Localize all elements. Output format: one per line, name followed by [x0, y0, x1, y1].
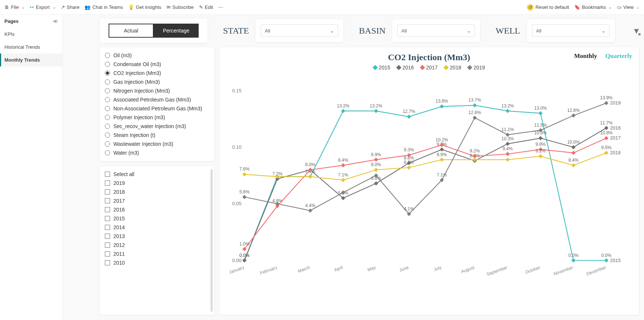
- svg-rect-91: [374, 168, 378, 172]
- legend-item[interactable]: 2016: [397, 65, 414, 70]
- basin-dropdown[interactable]: All⌄: [397, 24, 475, 37]
- svg-text:9.4%: 9.4%: [503, 146, 513, 151]
- subscribe-button[interactable]: ✉Subscribe: [167, 4, 194, 10]
- svg-text:7.1%: 7.1%: [338, 172, 349, 178]
- svg-text:9.2%: 9.2%: [470, 148, 480, 154]
- clear-filters-icon[interactable]: ▾: [634, 25, 639, 37]
- year-checkbox[interactable]: 2015: [105, 214, 209, 223]
- collapse-sidebar-icon[interactable]: ≪: [53, 18, 58, 24]
- svg-text:8.4%: 8.4%: [338, 158, 349, 163]
- svg-text:August: August: [460, 265, 476, 274]
- svg-text:0.10: 0.10: [232, 144, 242, 150]
- metric-radio[interactable]: Non-Associated Petroleum Gas (Mm3): [105, 104, 209, 113]
- view-menu[interactable]: ▭View: [617, 4, 640, 10]
- bookmark-icon: 🔖: [574, 4, 580, 10]
- mode-toggle: Actual Percentage: [100, 18, 208, 43]
- svg-rect-70: [374, 158, 378, 162]
- year-checkbox[interactable]: 2012: [105, 241, 209, 250]
- reset-icon: ↺: [527, 4, 534, 11]
- chart-card: CO2 Injection (Mm3) Monthly Quarterly 20…: [219, 47, 639, 315]
- legend-item[interactable]: 2019: [468, 65, 485, 70]
- svg-text:13.2%: 13.2%: [501, 103, 514, 109]
- svg-text:10.3%: 10.3%: [501, 136, 514, 141]
- well-dropdown[interactable]: All⌄: [532, 24, 610, 37]
- legend-item[interactable]: 2015: [373, 65, 390, 70]
- svg-text:11.5%: 11.5%: [534, 123, 547, 128]
- metric-radio[interactable]: CO2 Injection (Mm3): [105, 69, 209, 78]
- actual-toggle[interactable]: Actual: [109, 24, 154, 38]
- metric-radio[interactable]: Water (m3): [105, 148, 209, 157]
- line-chart[interactable]: 0.000.050.100.15JanuaryFebruaryMarchApri…: [226, 73, 632, 300]
- pages-title: Pages: [4, 18, 18, 24]
- svg-text:March: March: [297, 265, 311, 274]
- year-checkbox[interactable]: 2019: [105, 179, 209, 187]
- percentage-toggle[interactable]: Percentage: [154, 24, 199, 38]
- export-menu[interactable]: ↦Export: [30, 4, 56, 10]
- svg-rect-83: [604, 136, 608, 140]
- pages-sidebar: Pages ≪ KPIsHistorical TrendsMonthly Tre…: [0, 15, 63, 320]
- legend-item[interactable]: 2017: [421, 65, 438, 70]
- more-menu[interactable]: ⋯: [218, 4, 223, 10]
- svg-rect-21: [341, 109, 345, 113]
- pencil-icon: ✎: [199, 4, 203, 10]
- svg-rect-93: [407, 165, 411, 169]
- insights-button[interactable]: 💡Get insights: [128, 4, 161, 10]
- svg-rect-98: [506, 158, 510, 162]
- svg-rect-57: [538, 136, 542, 140]
- report-canvas: Actual Percentage STATE All⌄ BASIN All⌄ …: [63, 15, 644, 320]
- sidebar-item-monthly-trends[interactable]: Monthly Trends: [0, 54, 62, 66]
- svg-rect-78: [506, 152, 510, 156]
- svg-text:13.9%: 13.9%: [600, 95, 613, 100]
- chevron-down-icon: ⌄: [330, 28, 334, 34]
- metric-radio[interactable]: Wastewater Injection (m3): [105, 140, 209, 148]
- state-dropdown[interactable]: All⌄: [261, 24, 338, 37]
- svg-rect-105: [242, 195, 246, 199]
- year-checkbox[interactable]: 2011: [105, 250, 209, 258]
- svg-text:8.4%: 8.4%: [568, 158, 579, 163]
- edit-button[interactable]: ✎Edit: [199, 4, 213, 10]
- svg-text:9.3%: 9.3%: [404, 147, 414, 152]
- svg-text:May: May: [367, 265, 376, 272]
- share-button[interactable]: ↗Share: [61, 4, 80, 10]
- svg-text:10.2%: 10.2%: [436, 137, 448, 142]
- metric-radio[interactable]: Oil (m3): [105, 51, 209, 60]
- svg-rect-88: [308, 175, 312, 179]
- svg-text:0.00: 0.00: [232, 258, 242, 263]
- svg-text:2015: 2015: [610, 258, 621, 263]
- svg-text:December: December: [586, 265, 607, 276]
- metric-radio[interactable]: Associated Petroleum Gas (Mm3): [105, 95, 209, 104]
- monthly-tab[interactable]: Monthly: [574, 52, 597, 59]
- svg-rect-68: [341, 163, 345, 167]
- reset-button[interactable]: ↺Reset to default: [527, 4, 569, 11]
- svg-text:1.0%: 1.0%: [239, 241, 250, 247]
- year-checkbox[interactable]: 2016: [105, 205, 209, 214]
- year-checkbox[interactable]: 2014: [105, 223, 209, 232]
- year-checkbox[interactable]: 2017: [105, 196, 209, 205]
- svg-text:2017: 2017: [610, 135, 621, 141]
- year-checkbox[interactable]: 2010: [105, 258, 209, 267]
- sidebar-item-kpis[interactable]: KPIs: [0, 28, 62, 41]
- select-all-checkbox[interactable]: Select all: [105, 170, 209, 179]
- svg-rect-31: [506, 109, 510, 113]
- metric-radio[interactable]: Sec_recov_water Injection (m3): [105, 122, 209, 131]
- teams-icon: 👥: [85, 4, 90, 10]
- sidebar-item-historical-trends[interactable]: Historical Trends: [0, 41, 62, 54]
- metric-radio[interactable]: Polymer Injection (m3): [105, 113, 209, 122]
- metric-radio[interactable]: Gas Injection (Mm3): [105, 78, 209, 86]
- metric-radio[interactable]: Steam Injection (t): [105, 131, 209, 140]
- file-icon: 🗎: [4, 4, 9, 10]
- bookmarks-menu[interactable]: 🔖Bookmarks: [574, 4, 612, 10]
- legend-item[interactable]: 2018: [444, 65, 461, 70]
- metric-radio[interactable]: Condensate Oil (m3): [105, 60, 209, 69]
- quarterly-tab[interactable]: Quarterly: [605, 52, 632, 59]
- file-menu[interactable]: 🗎File: [4, 4, 25, 10]
- year-checkbox[interactable]: 2013: [105, 232, 209, 241]
- svg-rect-89: [341, 178, 345, 182]
- svg-text:9.8%: 9.8%: [535, 142, 546, 147]
- svg-rect-116: [473, 116, 477, 120]
- svg-rect-25: [407, 114, 411, 118]
- export-icon: ↦: [30, 4, 34, 10]
- year-checkbox[interactable]: 2018: [105, 187, 209, 196]
- metric-radio[interactable]: Nitrogen Injection (Mm3): [105, 86, 209, 95]
- chat-teams-button[interactable]: 👥Chat in Teams: [85, 4, 123, 10]
